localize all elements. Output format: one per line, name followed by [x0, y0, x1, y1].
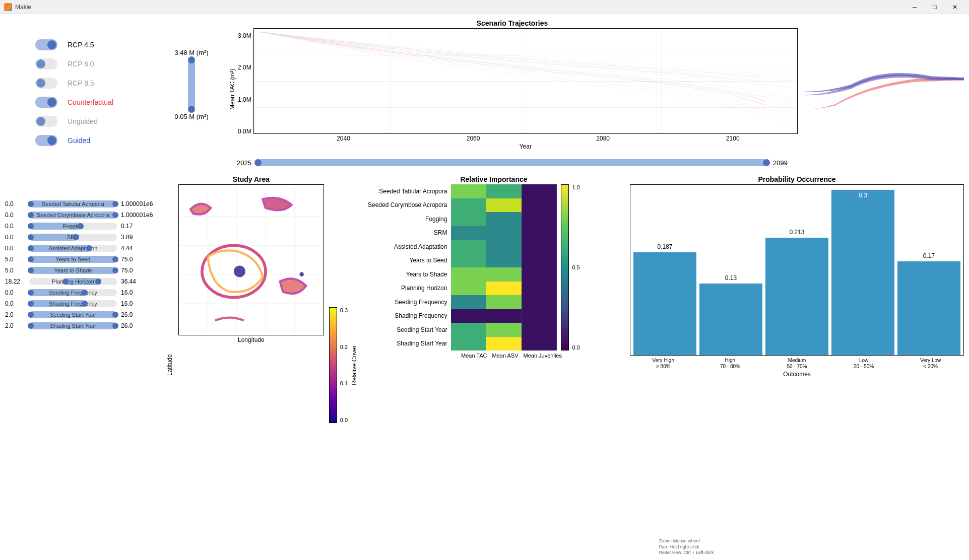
map-plot[interactable] [178, 184, 324, 335]
probability-plot[interactable]: 0.1870.130.2130.30.17 [630, 184, 964, 356]
param-slider-seeded-corymbose-acropora[interactable]: Seeded Corymbose Acropora [29, 212, 117, 219]
param-max: 75.0 [121, 267, 156, 274]
toggle-label-rcp45: RCP 4.5 [68, 41, 94, 49]
app-icon [4, 3, 12, 11]
param-max: 26.0 [121, 311, 156, 318]
heatmap-cell [451, 267, 486, 282]
year-min-label: 2025 [237, 159, 251, 167]
trajectory-xticks: 2040206020802100 [253, 134, 798, 142]
trajectory-xlabel: Year [253, 143, 798, 150]
heatmap-colorbar: 1.00.50.0 [561, 184, 579, 351]
heatmap-cell [522, 323, 557, 337]
param-min: 0.0 [5, 245, 25, 252]
probability-bar: 0.17 [897, 261, 960, 355]
param-slider-seeding-frequency[interactable]: Seeding Frequency [29, 289, 117, 296]
heatmap-cell [486, 240, 522, 254]
toggle-unguided[interactable] [35, 116, 57, 127]
year-handle-left[interactable] [254, 159, 262, 166]
param-slider-years-to-shade[interactable]: Years to Shade [29, 267, 117, 274]
vslider-top-label: 3.48 M (m²) [174, 49, 208, 56]
param-max: 16.0 [121, 300, 156, 307]
map-colorbar-ticks: 0.30.20.10.0 [340, 307, 348, 423]
tac-range-vslider: 3.48 M (m²) 0.05 M (m²) [161, 19, 222, 150]
heatmap-cell [486, 198, 522, 213]
heatmap-cell [451, 337, 486, 351]
heatmap-cell [451, 282, 486, 296]
param-slider-shading-start-year[interactable]: Shading Start Year [29, 322, 117, 329]
param-max: 36.44 [121, 278, 156, 285]
trajectory-panel: Scenario Trajectories Mean TAC (m²) 3.0M… [227, 19, 798, 150]
heatmap-cell [486, 254, 522, 268]
heatmap-panel: Relative Importance Seeded Tabular Acrop… [368, 175, 620, 555]
heatmap-title: Relative Importance [368, 175, 620, 183]
param-slider-seeding-start-year[interactable]: Seeding Start Year [29, 311, 117, 318]
map-panel: Latitude Study Area [166, 175, 358, 555]
toggle-label-guided: Guided [68, 136, 90, 145]
heatmap-cell [522, 295, 557, 309]
param-min: 0.0 [5, 289, 25, 296]
heatmap-cell [522, 309, 557, 323]
toggle-guided[interactable] [35, 135, 57, 146]
toggle-label-counterfactual: Counterfactual [68, 98, 113, 106]
vslider-handle-top[interactable] [188, 56, 195, 63]
toggle-rcp60[interactable] [35, 58, 57, 69]
heatmap-cell [451, 226, 486, 240]
param-min: 18.22 [5, 278, 25, 285]
param-slider-planning-horizon[interactable]: Planning Horizon [29, 278, 117, 285]
app-title: Makie [15, 4, 31, 11]
probability-bar: 0.187 [633, 252, 696, 355]
heatmap-cell [451, 323, 486, 337]
close-button[interactable]: ✕ [945, 2, 965, 13]
vslider-bot-label: 0.05 M (m²) [174, 113, 208, 120]
year-handle-right[interactable] [763, 159, 770, 166]
toggle-counterfactual[interactable] [35, 97, 57, 108]
map-colorbar-label: Relative Cover [351, 345, 358, 385]
probability-xticks: Very High> 80%High70 - 80%Medium50 - 70%… [630, 358, 964, 370]
vslider-handle-bottom[interactable] [188, 106, 195, 113]
minimize-button[interactable]: ─ [905, 2, 925, 13]
density-plot [803, 49, 964, 120]
heatmap-colorbar-bar [561, 184, 569, 351]
probability-title: Probability Occurrence [630, 175, 964, 183]
param-slider-shading-frequency[interactable]: Shading Frequency [29, 300, 117, 307]
heatmap-grid[interactable] [451, 184, 557, 351]
heatmap-colorbar-ticks: 1.00.50.0 [572, 184, 579, 351]
param-max: 26.0 [121, 322, 156, 329]
heatmap-cell [486, 309, 522, 323]
param-slider-assisted-adaptation[interactable]: Assisted Adaptation [29, 245, 117, 252]
param-slider-years-to-seed[interactable]: Years to Seed [29, 256, 117, 263]
heatmap-cell [486, 323, 522, 337]
map-colorbar-bar [329, 307, 337, 423]
param-slider-srm[interactable]: SRM [29, 234, 117, 241]
heatmap-cell [451, 212, 486, 226]
heatmap-cell [522, 254, 557, 268]
param-slider-seeded-tabular-acropora[interactable]: Seeded Tabular Acropora [29, 200, 117, 207]
toggle-rcp45[interactable] [35, 39, 57, 50]
param-min: 0.0 [5, 234, 25, 241]
year-range-row: 2025 2099 [227, 155, 798, 170]
map-title: Study Area [178, 175, 324, 183]
year-range-slider[interactable] [257, 159, 767, 166]
toggle-label-rcp60: RCP 6.0 [68, 60, 94, 68]
tac-range-slider[interactable] [188, 59, 195, 110]
trajectory-ylabel: Mean TAC (m²) [227, 28, 238, 150]
param-max: 75.0 [121, 256, 156, 263]
heatmap-xlabels: Mean TACMean ASVMean Juveniles [459, 353, 564, 359]
param-min: 5.0 [5, 256, 25, 263]
parameter-sliders: 0.0 Seeded Tabular Acropora 1.000001e60.… [5, 175, 156, 555]
param-min: 5.0 [5, 267, 25, 274]
heatmap-cell [486, 226, 522, 240]
param-max: 1.000001e6 [121, 212, 156, 219]
heatmap-cell [451, 295, 486, 309]
heatmap-cell [451, 184, 486, 198]
heatmap-cell [451, 198, 486, 213]
toggle-label-rcp85: RCP 8.5 [68, 79, 94, 87]
toggle-rcp85[interactable] [35, 78, 57, 89]
map-xlabel: Longitude [178, 336, 324, 343]
map-ylabel: Latitude [166, 175, 173, 555]
maximize-button[interactable]: □ [925, 2, 945, 13]
probability-bar: 0.13 [699, 284, 762, 355]
map-colorbar: 0.30.20.10.0 Relative Cover [329, 175, 358, 555]
param-slider-fogging[interactable]: Fogging [29, 223, 117, 230]
trajectory-plot[interactable] [253, 28, 798, 134]
